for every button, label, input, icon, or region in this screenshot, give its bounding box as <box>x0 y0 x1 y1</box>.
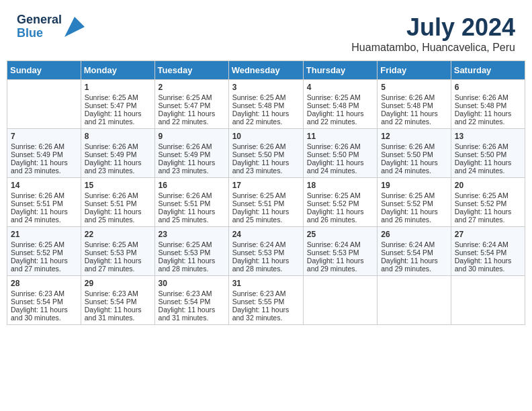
cell-info: Sunrise: 6:26 AM <box>159 142 225 150</box>
cell-info: Sunset: 5:54 PM <box>381 248 447 257</box>
cell-info: Daylight: 11 hours and 23 minutes. <box>232 158 300 175</box>
calendar-cell: 2Sunrise: 6:25 AMSunset: 5:47 PMDaylight… <box>154 80 228 129</box>
cell-info: Daylight: 11 hours and 26 minutes. <box>307 208 373 224</box>
cell-info: Sunrise: 6:23 AM <box>11 289 77 298</box>
cell-info: Daylight: 11 hours and 30 minutes. <box>11 306 77 322</box>
cell-info: Sunrise: 6:25 AM <box>159 93 225 101</box>
cell-info: Sunrise: 6:25 AM <box>232 191 300 199</box>
day-number: 24 <box>232 230 300 239</box>
calendar-cell: 3Sunrise: 6:25 AMSunset: 5:48 PMDaylight… <box>228 80 303 129</box>
cell-info: Sunset: 5:51 PM <box>85 199 151 208</box>
cell-info: Daylight: 11 hours and 24 minutes. <box>381 158 447 175</box>
cell-info: Sunrise: 6:25 AM <box>455 191 521 199</box>
calendar-cell: 31Sunrise: 6:23 AMSunset: 5:55 PMDayligh… <box>228 276 303 325</box>
calendar-cell: 9Sunrise: 6:26 AMSunset: 5:49 PMDaylight… <box>154 129 228 178</box>
cell-info: Daylight: 11 hours and 31 minutes. <box>159 306 225 322</box>
day-number: 7 <box>11 132 77 141</box>
cell-info: Daylight: 11 hours and 23 minutes. <box>85 158 151 175</box>
cell-info: Sunrise: 6:26 AM <box>159 191 225 199</box>
cell-info: Sunset: 5:51 PM <box>159 199 225 208</box>
cell-info: Sunset: 5:47 PM <box>85 101 151 109</box>
weekday-header-tuesday: Tuesday <box>154 61 228 80</box>
calendar-week-row: 14Sunrise: 6:26 AMSunset: 5:51 PMDayligh… <box>7 178 525 227</box>
day-number: 5 <box>381 83 447 92</box>
day-number: 12 <box>381 132 447 141</box>
cell-info: Sunrise: 6:24 AM <box>455 240 521 248</box>
cell-info: Daylight: 11 hours and 27 minutes. <box>85 257 151 273</box>
cell-info: Daylight: 11 hours and 28 minutes. <box>159 257 225 273</box>
day-number: 20 <box>455 181 521 190</box>
day-number: 18 <box>307 181 373 190</box>
cell-info: Sunrise: 6:23 AM <box>85 289 151 298</box>
cell-info: Sunset: 5:48 PM <box>381 101 447 109</box>
calendar-cell: 16Sunrise: 6:26 AMSunset: 5:51 PMDayligh… <box>154 178 228 227</box>
cell-info: Sunrise: 6:25 AM <box>85 240 151 248</box>
calendar-week-row: 1Sunrise: 6:25 AMSunset: 5:47 PMDaylight… <box>7 80 525 129</box>
day-number: 11 <box>307 132 373 141</box>
calendar-cell: 30Sunrise: 6:23 AMSunset: 5:54 PMDayligh… <box>154 276 228 325</box>
cell-info: Daylight: 11 hours and 22 minutes. <box>455 109 521 126</box>
logo: General Blue <box>17 13 85 40</box>
location-subtitle: Huamatambo, Huancavelica, Peru <box>351 42 515 54</box>
calendar-cell: 27Sunrise: 6:24 AMSunset: 5:54 PMDayligh… <box>451 227 525 276</box>
day-number: 19 <box>381 181 447 190</box>
cell-info: Sunset: 5:49 PM <box>11 150 77 158</box>
cell-info: Sunset: 5:51 PM <box>11 199 77 208</box>
cell-info: Sunset: 5:48 PM <box>232 101 300 109</box>
calendar-cell: 22Sunrise: 6:25 AMSunset: 5:53 PMDayligh… <box>81 227 154 276</box>
calendar-cell: 6Sunrise: 6:26 AMSunset: 5:48 PMDaylight… <box>451 80 525 129</box>
cell-info: Sunset: 5:53 PM <box>232 248 300 257</box>
cell-info: Sunrise: 6:26 AM <box>381 142 447 150</box>
calendar-cell: 26Sunrise: 6:24 AMSunset: 5:54 PMDayligh… <box>378 227 451 276</box>
day-number: 9 <box>159 132 225 141</box>
month-year-title: July 2024 <box>351 13 515 42</box>
calendar-table: SundayMondayTuesdayWednesdayThursdayFrid… <box>7 60 525 325</box>
day-number: 4 <box>307 83 373 92</box>
day-number: 16 <box>159 181 225 190</box>
cell-info: Daylight: 11 hours and 32 minutes. <box>232 306 300 322</box>
day-number: 6 <box>455 83 521 92</box>
cell-info: Sunrise: 6:25 AM <box>232 93 300 101</box>
logo-blue-text: Blue <box>17 27 62 40</box>
cell-info: Sunset: 5:52 PM <box>11 248 77 257</box>
logo-icon <box>64 17 85 37</box>
cell-info: Daylight: 11 hours and 24 minutes. <box>11 208 77 224</box>
calendar-cell: 7Sunrise: 6:26 AMSunset: 5:49 PMDaylight… <box>7 129 81 178</box>
cell-info: Sunset: 5:53 PM <box>85 248 151 257</box>
calendar-cell: 1Sunrise: 6:25 AMSunset: 5:47 PMDaylight… <box>81 80 154 129</box>
cell-info: Sunrise: 6:23 AM <box>232 289 300 298</box>
cell-info: Sunset: 5:54 PM <box>455 248 521 257</box>
cell-info: Sunset: 5:52 PM <box>381 199 447 208</box>
cell-info: Sunset: 5:50 PM <box>307 150 373 158</box>
cell-info: Sunset: 5:53 PM <box>307 248 373 257</box>
day-number: 22 <box>85 230 151 239</box>
cell-info: Sunset: 5:53 PM <box>159 248 225 257</box>
cell-info: Sunset: 5:48 PM <box>455 101 521 109</box>
day-number: 29 <box>85 279 151 288</box>
cell-info: Daylight: 11 hours and 28 minutes. <box>232 257 300 273</box>
cell-info: Sunrise: 6:26 AM <box>232 142 300 150</box>
day-number: 28 <box>11 279 77 288</box>
day-number: 27 <box>455 230 521 239</box>
cell-info: Sunrise: 6:26 AM <box>85 191 151 199</box>
day-number: 31 <box>232 279 300 288</box>
cell-info: Daylight: 11 hours and 22 minutes. <box>381 109 447 126</box>
calendar-cell: 24Sunrise: 6:24 AMSunset: 5:53 PMDayligh… <box>228 227 303 276</box>
weekday-header-wednesday: Wednesday <box>228 61 303 80</box>
weekday-header-saturday: Saturday <box>451 61 525 80</box>
cell-info: Sunset: 5:47 PM <box>159 101 225 109</box>
cell-info: Daylight: 11 hours and 30 minutes. <box>455 257 521 273</box>
cell-info: Daylight: 11 hours and 21 minutes. <box>85 109 151 126</box>
logo-general-text: General <box>17 13 62 27</box>
calendar-cell: 14Sunrise: 6:26 AMSunset: 5:51 PMDayligh… <box>7 178 81 227</box>
calendar-cell <box>378 276 451 325</box>
cell-info: Daylight: 11 hours and 27 minutes. <box>11 257 77 273</box>
day-number: 1 <box>85 83 151 92</box>
calendar-cell <box>303 276 377 325</box>
cell-info: Sunset: 5:48 PM <box>307 101 373 109</box>
calendar-cell: 28Sunrise: 6:23 AMSunset: 5:54 PMDayligh… <box>7 276 81 325</box>
calendar-cell: 20Sunrise: 6:25 AMSunset: 5:52 PMDayligh… <box>451 178 525 227</box>
day-number: 25 <box>307 230 373 239</box>
weekday-header-friday: Friday <box>378 61 451 80</box>
cell-info: Sunset: 5:54 PM <box>159 298 225 306</box>
